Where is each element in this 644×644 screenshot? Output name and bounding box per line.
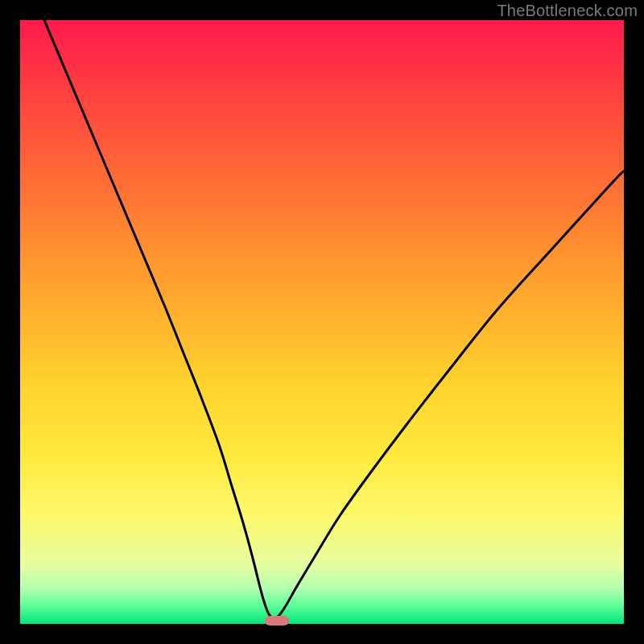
curve-svg [20, 20, 624, 624]
chart-frame: TheBottleneck.com [0, 0, 644, 644]
bottleneck-curve [44, 20, 624, 619]
watermark-text: TheBottleneck.com [497, 2, 638, 20]
plot-area [20, 20, 624, 624]
optimal-marker [265, 616, 289, 625]
